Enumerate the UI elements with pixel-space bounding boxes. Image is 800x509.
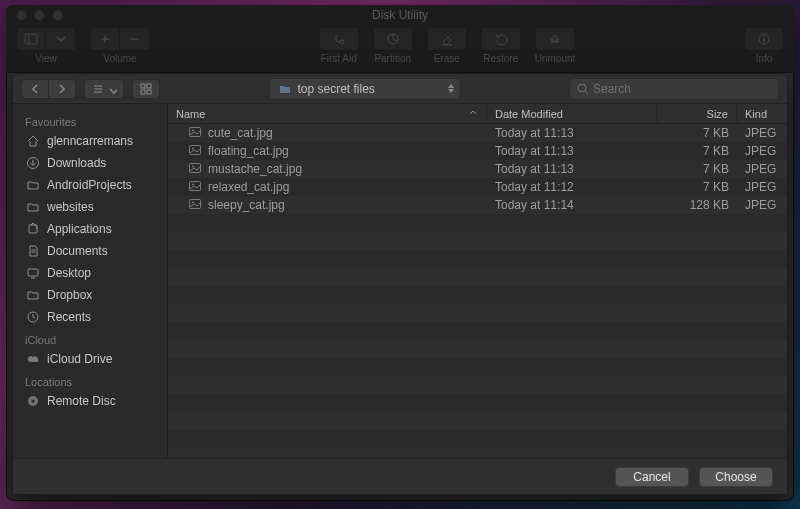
sort-indicator-icon [468,108,478,120]
folder-icon [25,177,41,193]
table-row-empty [168,322,787,340]
table-row-empty [168,304,787,322]
file-kind: JPEG [737,162,787,176]
sidebar-item[interactable]: glenncarremans [19,130,167,152]
disc-icon [25,393,41,409]
table-row-empty [168,358,787,376]
sidebar-section-header: Favourites [19,110,167,130]
sidebar-item[interactable]: Applications [19,218,167,240]
image-icon [188,125,202,142]
file-name: cute_cat.jpg [208,126,273,140]
unmount-label: Unmount [535,53,576,64]
col-date[interactable]: Date Modified [487,104,657,123]
window-title: Disk Utility [6,8,794,22]
back-button[interactable] [21,79,49,99]
open-panel-toolbar: top secret files Search [13,74,787,104]
table-row-empty [168,214,787,232]
sidebar-item[interactable]: Dropbox [19,284,167,306]
file-date: Today at 11:14 [487,198,657,212]
desktop-icon [25,265,41,281]
col-size[interactable]: Size [657,104,737,123]
image-icon [188,179,202,196]
app-toolbar: View Volume First Aid Partition Eras [6,25,794,73]
home-icon [25,133,41,149]
sidebar-item-label: AndroidProjects [47,178,132,192]
table-row[interactable]: relaxed_cat.jpg Today at 11:12 7 KB JPEG [168,178,787,196]
restore-button[interactable] [481,27,521,51]
table-row[interactable]: floating_cat.jpg Today at 11:13 7 KB JPE… [168,142,787,160]
file-name: sleepy_cat.jpg [208,198,285,212]
table-row-empty [168,286,787,304]
sidebar-item-label: Applications [47,222,112,236]
path-popup[interactable]: top secret files [269,78,461,100]
image-icon [188,143,202,160]
image-icon [188,197,202,214]
volume-label: Volume [103,53,136,64]
column-headers: Name Date Modified Size Kind [168,104,787,124]
sidebar-item[interactable]: Remote Disc [19,390,167,412]
file-kind: JPEG [737,144,787,158]
table-row[interactable]: mustache_cat.jpg Today at 11:13 7 KB JPE… [168,160,787,178]
table-row-empty [168,268,787,286]
file-date: Today at 11:13 [487,126,657,140]
table-row[interactable]: sleepy_cat.jpg Today at 11:14 128 KB JPE… [168,196,787,214]
add-volume-button[interactable] [90,27,120,51]
sidebar-toggle[interactable] [16,27,46,51]
sidebar-item[interactable]: Desktop [19,262,167,284]
sidebar-item-label: Recents [47,310,91,324]
sidebar-item-label: Documents [47,244,108,258]
partition-label: Partition [374,53,411,64]
folder-icon [25,199,41,215]
col-kind[interactable]: Kind [737,104,787,123]
sheet-footer: Cancel Choose [13,458,787,494]
view-mode-button[interactable] [84,79,124,99]
image-icon [188,161,202,178]
table-row-empty [168,376,787,394]
sidebar-item[interactable]: Documents [19,240,167,262]
choose-button[interactable]: Choose [699,467,773,487]
info-button[interactable] [744,27,784,51]
view-label: View [35,53,57,64]
file-size: 7 KB [657,180,737,194]
sidebar-section-header: Locations [19,370,167,390]
grid-button[interactable] [132,79,160,99]
first-aid-label: First Aid [321,53,357,64]
partition-button[interactable] [373,27,413,51]
erase-button[interactable] [427,27,467,51]
sidebar-item[interactable]: iCloud Drive [19,348,167,370]
remove-volume-button[interactable] [120,27,150,51]
sidebar-item-label: Dropbox [47,288,92,302]
erase-label: Erase [434,53,460,64]
search-input[interactable]: Search [569,78,779,100]
view-options[interactable] [46,27,76,51]
file-kind: JPEG [737,126,787,140]
file-size: 7 KB [657,144,737,158]
sidebar-item-label: websites [47,200,94,214]
unmount-button[interactable] [535,27,575,51]
open-panel: top secret files Search Favouritesglennc… [12,73,788,495]
table-row-empty [168,412,787,430]
sidebar-item[interactable]: websites [19,196,167,218]
file-name: floating_cat.jpg [208,144,289,158]
file-size: 7 KB [657,126,737,140]
col-name[interactable]: Name [168,104,487,123]
sidebar-item[interactable]: AndroidProjects [19,174,167,196]
apps-icon [25,221,41,237]
download-icon [25,155,41,171]
forward-button[interactable] [49,79,76,99]
popup-chevron-icon [448,84,454,93]
sidebar-item[interactable]: Recents [19,306,167,328]
file-size: 7 KB [657,162,737,176]
restore-label: Restore [483,53,518,64]
cancel-button[interactable]: Cancel [615,467,689,487]
first-aid-button[interactable] [319,27,359,51]
table-row-empty [168,340,787,358]
sidebar-item[interactable]: Downloads [19,152,167,174]
disk-utility-window: Disk Utility View Volume F [6,5,794,501]
file-size: 128 KB [657,198,737,212]
table-row-empty [168,232,787,250]
folder-icon [25,287,41,303]
table-row[interactable]: cute_cat.jpg Today at 11:13 7 KB JPEG [168,124,787,142]
path-label: top secret files [298,82,375,96]
sidebar-item-label: Remote Disc [47,394,116,408]
